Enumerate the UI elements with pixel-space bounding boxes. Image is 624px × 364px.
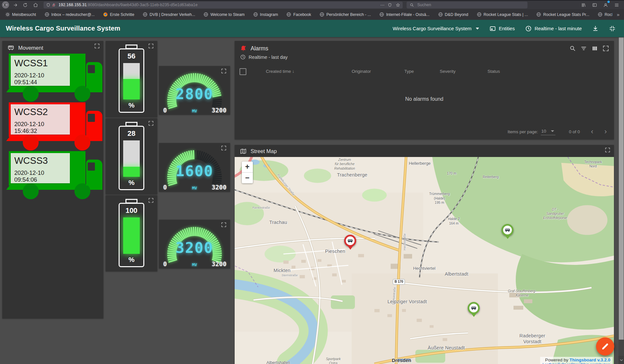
items-per-page-select[interactable]: 10 xyxy=(541,128,555,135)
menu-icon[interactable] xyxy=(613,1,620,8)
bookmark-item[interactable]: Rocket League Stats Pr... xyxy=(536,12,589,17)
expand-icon[interactable] xyxy=(221,145,228,152)
clock-icon xyxy=(240,54,246,60)
expand-icon[interactable] xyxy=(94,43,101,50)
tracking-shield-icon[interactable] xyxy=(46,2,51,8)
bookmark-item[interactable]: RocketLeagueStats: Pr... xyxy=(598,12,612,17)
page-scrollbar[interactable] xyxy=(618,37,624,364)
globe-icon xyxy=(45,12,49,17)
permissions-shield-icon[interactable] xyxy=(387,2,393,8)
filter-icon[interactable] xyxy=(580,45,587,52)
no-alarms-text: No alarms found xyxy=(235,96,614,102)
page-actions-icon[interactable]: ⋯ xyxy=(380,3,384,7)
truck-cab xyxy=(86,62,102,88)
map-zoom-control: + − xyxy=(242,162,253,183)
expand-icon[interactable] xyxy=(148,121,155,127)
zoom-in-button[interactable]: + xyxy=(242,162,253,173)
battery-widget-3: 100 % xyxy=(106,195,157,271)
battery-unit: % xyxy=(120,256,143,264)
bookmark-item[interactable]: Welcome to Steam xyxy=(203,12,244,17)
osm-attribution[interactable]: Leaflet | © OpenStreetMap contributors xyxy=(542,362,610,364)
column-severity[interactable]: Severity xyxy=(440,69,456,74)
dashboard-state-selector[interactable]: Wireless Cargo Surveillance System xyxy=(393,26,479,31)
bookmark-item[interactable]: Facebook xyxy=(286,12,311,17)
expand-icon[interactable] xyxy=(148,43,155,50)
bookmark-item[interactable]: Meistbesucht xyxy=(5,12,36,17)
globe-icon xyxy=(438,12,443,17)
sidebar-icon[interactable] xyxy=(591,1,598,8)
expand-icon[interactable] xyxy=(221,222,228,228)
prev-page-button[interactable]: ‹ xyxy=(591,128,593,135)
state-selector-label: Wireless Cargo Surveillance System xyxy=(393,26,472,31)
bookmark-item[interactable]: Erste Schritte xyxy=(103,12,134,17)
column-originator[interactable]: Originator xyxy=(352,69,371,74)
search-bar[interactable] xyxy=(407,2,527,8)
movement-entity-wcss1[interactable]: WCSS1 2020-12-10 09:51:44 xyxy=(3,54,103,102)
column-status[interactable]: Status xyxy=(488,69,500,74)
globe-icon xyxy=(379,12,384,17)
chevron-down-icon xyxy=(619,358,623,362)
search-input[interactable] xyxy=(417,2,525,7)
zoom-out-button[interactable]: − xyxy=(242,173,253,183)
globe-icon xyxy=(319,12,324,17)
home-button[interactable] xyxy=(32,1,39,8)
bookmark-label: Facebook xyxy=(293,12,311,17)
select-all-checkbox[interactable] xyxy=(240,68,246,75)
bookmark-label: Rocket League Stats | ... xyxy=(484,12,528,17)
columns-icon[interactable] xyxy=(592,45,598,52)
scrollbar-thumb[interactable] xyxy=(619,37,624,340)
map-marker-green[interactable] xyxy=(468,302,480,320)
bookmark-item[interactable]: Persönlicher Bereich - ... xyxy=(319,12,371,17)
entity-card: WCSS3 2020-12-10 09:54:06 xyxy=(11,153,70,183)
truck-window xyxy=(88,65,95,73)
fullscreen-exit-button[interactable] xyxy=(609,25,616,32)
bookmark-item[interactable]: Inbox – redeutscher@... xyxy=(45,12,95,17)
next-page-button[interactable]: › xyxy=(604,128,607,135)
export-button[interactable] xyxy=(592,25,599,32)
insecure-lock-icon[interactable] xyxy=(51,2,57,8)
movement-entity-wcss3[interactable]: WCSS3 2020-12-10 09:54:06 xyxy=(3,151,103,200)
map-canvas[interactable]: Zentrum für berufliche RehabilitationHel… xyxy=(235,157,614,364)
movement-entity-wcss2[interactable]: WCSS2 2020-12-10 15:46:32 xyxy=(3,102,103,151)
forward-button[interactable] xyxy=(12,1,19,8)
search-icon[interactable] xyxy=(569,45,576,52)
battery-widget-2: 28 % xyxy=(106,118,157,194)
column-type[interactable]: Type xyxy=(404,69,414,74)
bookmark-item[interactable]: Rocket League Stats | ... xyxy=(477,12,528,17)
entities-button[interactable]: Entities xyxy=(489,25,515,32)
bookmark-item[interactable]: Internet-Filiale - Ostsä... xyxy=(379,12,429,17)
timewindow-button[interactable]: Realtime - last minute xyxy=(525,25,582,32)
thingsboard-version-link[interactable]: Thingsboard v.3.2.0 xyxy=(569,358,610,362)
expand-icon[interactable] xyxy=(605,147,611,154)
clock-icon xyxy=(525,25,532,32)
bookmark-item[interactable]: Instagram xyxy=(253,12,278,17)
alarms-timewindow[interactable]: Realtime - last day xyxy=(249,55,288,60)
column-created-time[interactable]: Created time ↓ xyxy=(266,69,294,74)
back-button[interactable] xyxy=(2,1,9,8)
truck-wheel xyxy=(23,183,39,199)
expand-icon[interactable] xyxy=(603,45,609,52)
account-notification-dot xyxy=(607,1,610,3)
library-icon[interactable] xyxy=(580,1,587,8)
url-bar[interactable]: 192.168.155.31:8080/dashboards/9aeb43d0-… xyxy=(44,2,403,8)
expand-icon[interactable] xyxy=(221,68,228,75)
reload-button[interactable] xyxy=(21,1,29,8)
bookmarks-overflow-button[interactable]: » xyxy=(612,12,624,17)
expand-icon[interactable] xyxy=(148,198,155,204)
bookmark-star-icon[interactable] xyxy=(395,2,401,8)
map-marker-green[interactable] xyxy=(501,224,514,241)
account-icon[interactable] xyxy=(602,1,609,8)
scroll-down-button[interactable] xyxy=(618,356,624,364)
globe-icon xyxy=(536,12,541,17)
bus-icon xyxy=(347,238,353,244)
map-marker-red[interactable] xyxy=(344,235,357,253)
page-range: 0 of 0 xyxy=(569,129,580,134)
edit-dashboard-fab[interactable] xyxy=(596,337,614,356)
url-text[interactable]: 192.168.155.31:8080/dashboards/9aeb43d0-… xyxy=(58,3,380,7)
bookmark-item[interactable]: D&D Beyond xyxy=(438,12,468,17)
search-icon xyxy=(409,2,415,8)
globe-icon xyxy=(253,12,258,17)
bookmark-item[interactable]: DVB | Dresdner Verkeh... xyxy=(143,12,195,17)
truck-wheel xyxy=(23,135,39,150)
entities-label: Entities xyxy=(499,26,515,31)
